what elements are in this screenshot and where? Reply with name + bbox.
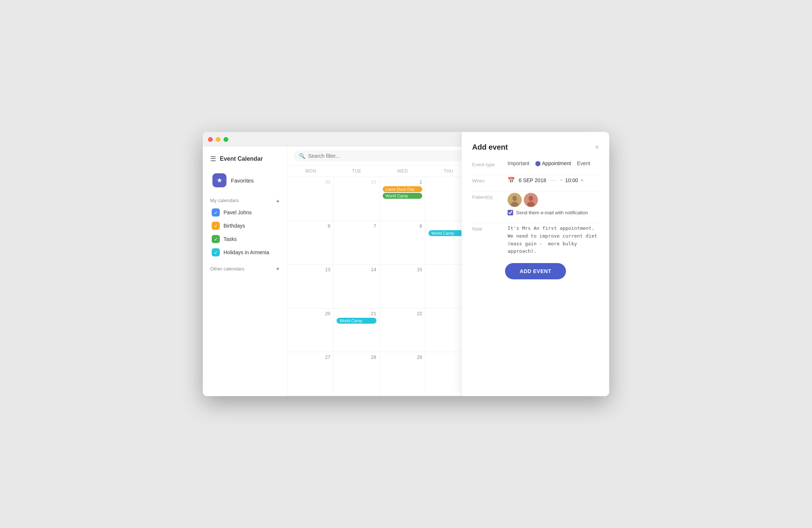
cell-num-w3-d3: 15 (383, 267, 422, 272)
time-decrement-btn[interactable]: − (559, 177, 563, 184)
event-pill-w1-d3-e2[interactable]: World Camp (383, 193, 422, 199)
pavel-label: Pavel Johns (224, 210, 252, 215)
date-time-content: 📅 6 SEP 2018 — − 10:00 + (508, 177, 599, 184)
sidebar-header: ☰ Event Calendar (210, 150, 280, 170)
my-calendars-section: My calendars ▲ (210, 196, 280, 206)
note-content: It's Mrs An first appointment. We need t… (508, 225, 599, 256)
notification-checkbox-row: Send them e-mail with notification (508, 210, 599, 215)
event-type-appointment[interactable]: Appointment (535, 160, 571, 166)
tasks-check-icon: ✓ (212, 235, 220, 243)
patients-label: Patient(s) (472, 193, 502, 200)
cell-num-w2-d1: 6 (291, 223, 330, 229)
cell-num-w2-d2: 7 (337, 223, 376, 229)
holidays-label: Holidays in Armenia (224, 249, 269, 255)
search-input[interactable] (308, 153, 467, 159)
day-mon: MON (288, 166, 334, 177)
cell-num-w4-d3: 22 (383, 311, 422, 316)
time-value: 10:00 (565, 177, 578, 183)
favorites-label: Favorites (231, 177, 254, 184)
sidebar-title: Event Calendar (220, 156, 263, 162)
event-type-event[interactable]: Event (577, 160, 590, 166)
cell-num-w5-d2: 28 (337, 354, 376, 360)
cal-cell-w1-d1[interactable]: 30 (288, 177, 334, 221)
svg-point-4 (529, 196, 533, 201)
holidays-check-icon: ✓ (212, 248, 220, 256)
patient-avatar-1[interactable] (508, 193, 522, 207)
panel-header: Add event × (472, 143, 599, 151)
cal-cell-w1-d3[interactable]: 1Lame Duck DayWorld Camp (380, 177, 426, 221)
app-window: ☰ Event Calendar ★ Favorites My calendar… (203, 132, 609, 396)
cal-cell-w4-d3[interactable]: 22 (380, 309, 426, 352)
calendar-icon: 📅 (508, 177, 515, 184)
cal-cell-w5-d2[interactable]: 28 (334, 352, 379, 396)
event-pill-w4-d2-e1[interactable]: World Camp (337, 318, 376, 324)
cell-num-w1-d2: 31 (337, 179, 376, 185)
minimize-window-btn[interactable] (216, 137, 221, 142)
patient-avatar-2[interactable] (524, 193, 538, 207)
radio-dot (535, 161, 540, 166)
add-event-button[interactable]: ADD EVENT (505, 263, 566, 279)
close-window-btn[interactable] (208, 137, 213, 142)
event-type-label: Event type (472, 160, 502, 167)
note-label: Note (472, 225, 502, 232)
cal-cell-w4-d2[interactable]: 21World Camp (334, 309, 379, 352)
cal-cell-w2-d2[interactable]: 7 (334, 221, 379, 265)
event-type-row: Event type Important Appointment Event (472, 160, 599, 167)
panel-title: Add event (472, 143, 508, 151)
avatar-1-face (508, 193, 522, 207)
cal-cell-w2-d1[interactable]: 6 (288, 221, 334, 265)
cal-cell-w2-d3[interactable]: 8 (380, 221, 426, 265)
favorites-icon: ★ (212, 173, 226, 187)
time-separator: — (550, 177, 556, 184)
day-tue: TUE (334, 166, 379, 177)
notification-checkbox[interactable] (508, 210, 513, 215)
svg-point-1 (512, 196, 517, 201)
my-calendars-chevron[interactable]: ▲ (276, 198, 280, 203)
cal-cell-w5-d3[interactable]: 29 (380, 352, 426, 396)
other-calendars-section: Other calendars ▼ (210, 265, 280, 275)
cal-cell-w3-d3[interactable]: 15 (380, 265, 426, 308)
time-increment-btn[interactable]: + (580, 177, 584, 184)
sidebar-item-pavel[interactable]: ✓ Pavel Johns (210, 206, 280, 219)
search-box[interactable]: 🔍 (294, 150, 472, 161)
avatar-2-face (524, 193, 538, 207)
cell-num-w3-d1: 13 (291, 267, 330, 272)
note-textarea[interactable]: It's Mrs An first appointment. We need t… (508, 225, 599, 254)
add-event-panel: Add event × Event type Important Appoint… (461, 132, 609, 396)
menu-icon[interactable]: ☰ (210, 155, 216, 163)
when-row: When 📅 6 SEP 2018 — − 10:00 + (472, 177, 599, 184)
patients-content: Send them e-mail with notification (508, 193, 599, 215)
sidebar-item-tasks[interactable]: ✓ Tasks (210, 233, 280, 245)
sidebar-item-birthdays[interactable]: ✓ Birthdays (210, 219, 280, 232)
cal-cell-w5-d1[interactable]: 27 (288, 352, 334, 396)
sidebar-item-holidays[interactable]: ✓ Holidays in Armenia (210, 246, 280, 259)
cell-num-w4-d1: 20 (291, 311, 330, 316)
event-type-important[interactable]: Important (508, 160, 529, 166)
favorites-item[interactable]: ★ Favorites (210, 170, 280, 190)
when-label: When (472, 177, 502, 184)
cal-cell-w1-d2[interactable]: 31 (334, 177, 379, 221)
birthdays-label: Birthdays (224, 223, 245, 229)
sidebar: ☰ Event Calendar ★ Favorites My calendar… (203, 132, 288, 396)
panel-close-btn[interactable]: × (595, 143, 599, 151)
pavel-check-icon: ✓ (212, 208, 220, 217)
event-pill-w1-d3-e1[interactable]: Lame Duck Day (383, 186, 422, 192)
notification-label: Send them e-mail with notification (516, 210, 588, 215)
day-wed: WED (380, 166, 426, 177)
my-calendars-label: My calendars (210, 198, 239, 203)
avatar-2-svg (524, 193, 538, 207)
cal-cell-w4-d1[interactable]: 20 (288, 309, 334, 352)
other-calendars-chevron[interactable]: ▼ (276, 266, 280, 272)
cell-num-w4-d2: 21 (337, 311, 376, 316)
search-icon: 🔍 (299, 153, 305, 159)
cell-num-w5-d3: 29 (383, 354, 422, 360)
maximize-window-btn[interactable] (224, 137, 228, 142)
cell-num-w1-d1: 30 (291, 179, 330, 185)
note-row: Note It's Mrs An first appointment. We n… (472, 225, 599, 256)
date-value[interactable]: 6 SEP 2018 (519, 177, 546, 183)
cell-num-w2-d3: 8 (383, 223, 422, 229)
patient-avatars (508, 193, 599, 207)
cal-cell-w3-d2[interactable]: 14 (334, 265, 379, 308)
patients-row: Patient(s) (472, 193, 599, 215)
cal-cell-w3-d1[interactable]: 13 (288, 265, 334, 308)
